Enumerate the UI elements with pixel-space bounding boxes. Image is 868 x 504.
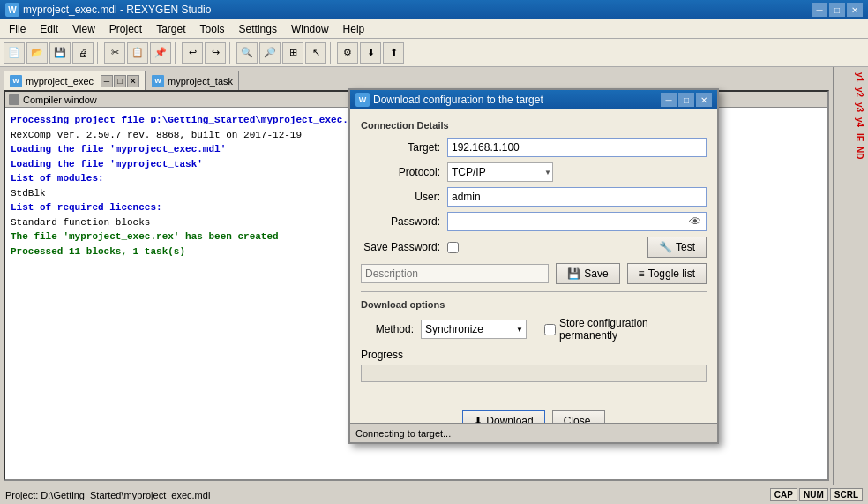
dialog-icon: W	[355, 93, 370, 107]
toolbar-zoom-in[interactable]: 🔍	[236, 42, 258, 64]
toolbar-compile[interactable]: ⚙	[337, 42, 358, 64]
right-panel: y1 y2 y3 y4 IE ND	[833, 67, 868, 485]
target-input[interactable]	[447, 138, 707, 157]
progress-bar	[361, 365, 707, 382]
save-password-label: Save Password:	[361, 241, 440, 253]
content-area: W myproject_exec ─ □ ✕ W myproject_task	[0, 67, 868, 485]
tab-myproject-exec[interactable]: W myproject_exec ─ □ ✕	[4, 71, 146, 90]
tab-exec-controls: ─ □ ✕	[101, 75, 139, 87]
num-indicator: NUM	[799, 488, 828, 501]
user-label: User:	[361, 191, 440, 203]
tab-exec-icon: W	[10, 75, 22, 87]
store-check-label: Store configuration permanently	[544, 317, 707, 342]
menu-window[interactable]: Window	[284, 20, 336, 38]
project-status: Project: D:\Getting_Started\myproject_ex…	[5, 490, 763, 500]
protocol-row: Protocol: TCP/IP UDP Serial ▼	[361, 162, 707, 182]
toolbar-print[interactable]: 🖨	[72, 42, 94, 64]
scrl-indicator: SCRL	[830, 488, 863, 501]
menu-file[interactable]: File	[2, 20, 33, 38]
menu-help[interactable]: Help	[336, 20, 372, 38]
protocol-select[interactable]: TCP/IP UDP Serial	[447, 162, 553, 182]
tab-exec-minimize[interactable]: ─	[101, 75, 113, 87]
toolbar-open[interactable]: 📂	[26, 42, 48, 64]
method-select-wrapper: Synchronize Force download ▼	[421, 320, 527, 339]
right-label-y1: y1	[835, 71, 866, 84]
compiler-icon	[9, 94, 19, 105]
progress-section: Progress	[361, 349, 707, 382]
menu-settings[interactable]: Settings	[232, 20, 284, 38]
method-select[interactable]: Synchronize Force download	[421, 320, 527, 339]
app-icon: W	[5, 3, 19, 17]
password-wrapper: 👁	[447, 212, 707, 231]
dialog-close-button[interactable]: ✕	[696, 93, 712, 107]
store-permanently-checkbox[interactable]	[544, 324, 556, 335]
tab-myproject-task[interactable]: W myproject_task	[146, 71, 239, 90]
menu-bar: File Edit View Project Target Tools Sett…	[0, 19, 868, 39]
toolbar-sep2	[175, 42, 178, 64]
tab-exec-label: myproject_exec	[26, 76, 94, 87]
minimize-button[interactable]: ─	[812, 3, 827, 17]
dialog-connecting-status: Connecting to target...	[350, 423, 717, 442]
download-options-section: Download options Method: Synchronize For…	[361, 299, 707, 342]
toggle-list-button[interactable]: ≡ Toggle list	[627, 263, 707, 284]
compiler-title: Compiler window	[23, 94, 97, 105]
password-input[interactable]	[447, 212, 707, 231]
menu-edit[interactable]: Edit	[33, 20, 65, 38]
right-label-y3: y3	[835, 101, 866, 114]
dialog-minimize-button[interactable]: ─	[661, 93, 677, 107]
show-password-button[interactable]: 👁	[685, 214, 705, 229]
user-input[interactable]	[447, 187, 707, 207]
password-row: Password: 👁	[361, 212, 707, 231]
sub-windows-tabs: W myproject_exec ─ □ ✕ W myproject_task	[0, 67, 833, 90]
toolbar-upload[interactable]: ⬆	[383, 42, 404, 64]
status-bar: Project: D:\Getting_Started\myproject_ex…	[0, 485, 868, 504]
toolbar-fit[interactable]: ⊞	[282, 42, 303, 64]
right-label-ie: IE	[835, 132, 866, 143]
test-label: Test	[676, 241, 695, 253]
save-button[interactable]: 💾 Save	[556, 263, 619, 284]
method-row: Method: Synchronize Force download ▼ Sto…	[361, 317, 707, 342]
toolbar-undo[interactable]: ↩	[182, 42, 203, 64]
close-button[interactable]: ✕	[847, 3, 863, 17]
toolbar-sep3	[229, 42, 233, 64]
description-input[interactable]	[361, 264, 549, 283]
connection-section-label: Connection Details	[361, 120, 707, 131]
toolbar-download[interactable]: ⬇	[360, 42, 381, 64]
main-title-bar: W myproject_exec.mdl - REXYGEN Studio ─ …	[0, 0, 868, 19]
target-row: Target:	[361, 138, 707, 157]
toolbar-redo[interactable]: ↪	[205, 42, 226, 64]
tab-exec-close[interactable]: ✕	[127, 75, 139, 87]
menu-tools[interactable]: Tools	[193, 20, 232, 38]
tab-exec-maximize[interactable]: □	[114, 75, 126, 87]
save-icon: 💾	[567, 267, 580, 280]
dialog-controls: ─ □ ✕	[661, 93, 712, 107]
toolbar-sep1	[97, 42, 101, 64]
toolbar-select[interactable]: ↖	[305, 42, 326, 64]
toolbar-new[interactable]: 📄	[4, 42, 25, 64]
save-label: Save	[584, 267, 608, 280]
password-label: Password:	[361, 215, 440, 228]
dialog-title-bar: W Download configuration to the target ─…	[350, 90, 717, 109]
protocol-select-wrapper: TCP/IP UDP Serial ▼	[447, 162, 707, 182]
connecting-text: Connecting to target...	[355, 428, 451, 439]
test-icon: 🔧	[659, 241, 672, 253]
toolbar-save[interactable]: 💾	[49, 42, 71, 64]
toolbar-zoom-out[interactable]: 🔎	[259, 42, 281, 64]
right-label-y2: y2	[835, 86, 866, 99]
menu-project[interactable]: Project	[102, 20, 149, 38]
toggle-list-icon: ≡	[639, 267, 645, 280]
menu-target[interactable]: Target	[149, 20, 192, 38]
toolbar-copy[interactable]: 📋	[127, 42, 148, 64]
dialog-maximize-button[interactable]: □	[678, 93, 694, 107]
tab-task-icon: W	[152, 75, 164, 87]
target-label: Target:	[361, 141, 440, 154]
menu-view[interactable]: View	[65, 20, 102, 38]
tab-task-label: myproject_task	[168, 76, 233, 87]
toolbar-paste[interactable]: 📌	[150, 42, 171, 64]
toolbar-cut[interactable]: ✂	[104, 42, 125, 64]
save-password-checkbox[interactable]	[447, 242, 459, 253]
store-label-text: Store configuration permanently	[559, 317, 707, 342]
test-button[interactable]: 🔧 Test	[647, 237, 707, 258]
maximize-button[interactable]: □	[829, 3, 845, 17]
status-indicators: CAP NUM SCRL	[770, 488, 863, 501]
